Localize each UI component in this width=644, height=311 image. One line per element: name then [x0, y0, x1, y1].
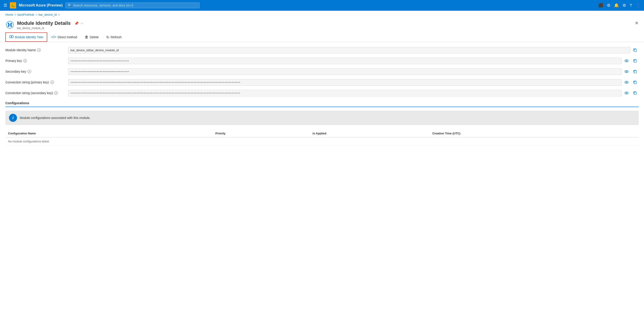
page-title: Module Identity Details	[17, 20, 71, 26]
breadcrumb-device[interactable]: bar_device_id	[38, 13, 57, 16]
svg-point-13	[626, 71, 627, 72]
search-icon: 🔍	[68, 3, 72, 7]
connection-secondary-visibility-button[interactable]	[623, 89, 630, 97]
primary-key-copy-button[interactable]	[632, 57, 639, 64]
nav-icon-group: ⬛ ⚙ 🔔 ⚙ ? 👤	[598, 3, 640, 8]
connection-primary-visibility-button[interactable]	[623, 79, 630, 86]
secondary-key-copy-button[interactable]	[632, 68, 639, 75]
primary-key-input[interactable]	[68, 58, 622, 64]
close-button[interactable]: ✕	[635, 20, 639, 26]
configurations-info-text: Module configurations associated with th…	[20, 116, 90, 120]
info-circle-icon: i	[9, 114, 17, 122]
title-area: Module Identity Details 📌 ··· bar_device…	[17, 20, 84, 30]
secondary-key-row: Secondary key i	[5, 68, 639, 75]
svg-rect-20	[634, 92, 636, 95]
primary-key-row: Primary key i	[5, 57, 639, 64]
connection-primary-label: Connection string (primary key) i	[5, 80, 68, 84]
settings-icon[interactable]: ⚙	[622, 3, 626, 8]
connection-primary-row: Connection string (primary key) i	[5, 79, 639, 86]
primary-key-info-icon[interactable]: i	[23, 59, 27, 63]
refresh-label: Refresh	[110, 35, 122, 39]
svg-rect-11	[634, 60, 636, 62]
connection-primary-input[interactable]	[68, 79, 622, 86]
svg-point-16	[626, 82, 627, 83]
configurations-table-header: Configuration Name Priority Is Applied C…	[5, 129, 639, 137]
breadcrumb-sep-1: >	[14, 13, 16, 16]
help-icon[interactable]: ?	[630, 3, 632, 8]
svg-rect-8	[634, 49, 636, 52]
connection-secondary-copy-button[interactable]	[632, 89, 639, 97]
page-header: Module Identity Details 📌 ··· bar_device…	[0, 18, 644, 30]
svg-point-10	[626, 60, 627, 61]
module-identity-name-label: Module Identity Name i	[5, 48, 68, 52]
svg-rect-14	[634, 71, 636, 73]
col-priority: Priority	[213, 129, 310, 137]
svg-point-1	[8, 23, 9, 24]
primary-key-visibility-button[interactable]	[623, 57, 630, 64]
svg-point-15	[625, 81, 628, 83]
connection-primary-input-area	[68, 79, 639, 86]
global-search[interactable]: 🔍	[65, 2, 200, 8]
search-input[interactable]	[73, 3, 197, 7]
portal-settings-icon[interactable]: ⚙	[607, 3, 610, 8]
connection-primary-copy-button[interactable]	[632, 79, 639, 86]
more-options-icon[interactable]: ···	[80, 21, 84, 25]
notifications-icon[interactable]: 🔔	[614, 3, 619, 8]
svg-point-4	[10, 25, 12, 27]
secondary-key-input-area	[68, 68, 639, 75]
pin-icon[interactable]: 📌	[74, 21, 79, 25]
svg-point-12	[625, 70, 628, 73]
content-area: Module Identity Name i Primary key i	[0, 42, 644, 150]
brand-title: Microsoft Azure (Preview)	[19, 3, 63, 7]
breadcrumb-home[interactable]: Home	[5, 13, 13, 16]
table-empty-row: No module configurations listed.	[5, 137, 639, 146]
svg-rect-5	[10, 35, 11, 38]
connection-secondary-row: Connection string (secondary key) i	[5, 89, 639, 97]
table-header-row: Configuration Name Priority Is Applied C…	[5, 129, 639, 137]
col-config-name: Configuration Name	[5, 129, 213, 137]
module-identity-twin-label: Module Identity Twin	[15, 35, 43, 39]
breadcrumb-hub[interactable]: barsFirstHub	[18, 13, 34, 16]
twin-icon	[10, 35, 14, 39]
connection-secondary-input-area	[68, 89, 639, 97]
configurations-section-title: Configurations	[5, 101, 639, 107]
module-identity-name-input[interactable]	[68, 47, 630, 53]
page-icon	[5, 20, 14, 29]
delete-button[interactable]: 🗑 Delete	[81, 33, 102, 41]
connection-primary-info-icon[interactable]: i	[50, 80, 54, 84]
col-creation-time: Creation Time (UTC)	[430, 129, 639, 137]
primary-key-input-area	[68, 57, 639, 64]
connection-secondary-info-icon[interactable]: i	[54, 91, 58, 95]
primary-key-label: Primary key i	[5, 59, 68, 63]
azure-brand-icon: 🐛	[10, 2, 16, 8]
secondary-key-info-icon[interactable]: i	[28, 70, 31, 73]
direct-method-button[interactable]: </> Direct method	[47, 33, 81, 41]
connection-secondary-input[interactable]	[68, 90, 622, 96]
module-identity-name-row: Module Identity Name i	[5, 46, 639, 54]
cloud-shell-icon[interactable]: ⬛	[598, 3, 603, 8]
delete-label: Delete	[90, 35, 99, 39]
refresh-button[interactable]: ↻ Refresh	[102, 33, 125, 41]
module-identity-name-copy-button[interactable]	[632, 46, 639, 54]
configurations-info-banner: i Module configurations associated with …	[5, 111, 639, 125]
refresh-icon: ↻	[106, 35, 109, 39]
hamburger-menu[interactable]: ☰	[4, 3, 7, 8]
secondary-key-visibility-button[interactable]	[623, 68, 630, 75]
table-empty-message: No module configurations listed.	[5, 137, 639, 146]
module-identity-twin-button[interactable]: Module Identity Twin	[5, 32, 47, 42]
code-icon: </>	[51, 35, 56, 39]
delete-icon: 🗑	[85, 35, 88, 39]
main-container: Home > barsFirstHub > bar_device_id >	[0, 11, 644, 311]
secondary-key-label: Secondary key i	[5, 70, 68, 73]
secondary-key-input[interactable]	[68, 68, 622, 75]
direct-method-label: Direct method	[58, 35, 77, 39]
account-icon[interactable]: 👤	[636, 3, 640, 8]
breadcrumb-sep-3: >	[58, 13, 60, 16]
module-identity-name-info-icon[interactable]: i	[37, 48, 41, 52]
top-navigation: ☰ 🐛 Microsoft Azure (Preview) 🔍 ⬛ ⚙ 🔔 ⚙ …	[0, 0, 644, 11]
breadcrumb: Home > barsFirstHub > bar_device_id >	[0, 11, 644, 18]
configurations-table: Configuration Name Priority Is Applied C…	[5, 129, 639, 146]
svg-point-19	[626, 93, 627, 94]
connection-secondary-label: Connection string (secondary key) i	[5, 91, 68, 95]
page-subtitle: bar_device_module_id	[17, 27, 84, 30]
